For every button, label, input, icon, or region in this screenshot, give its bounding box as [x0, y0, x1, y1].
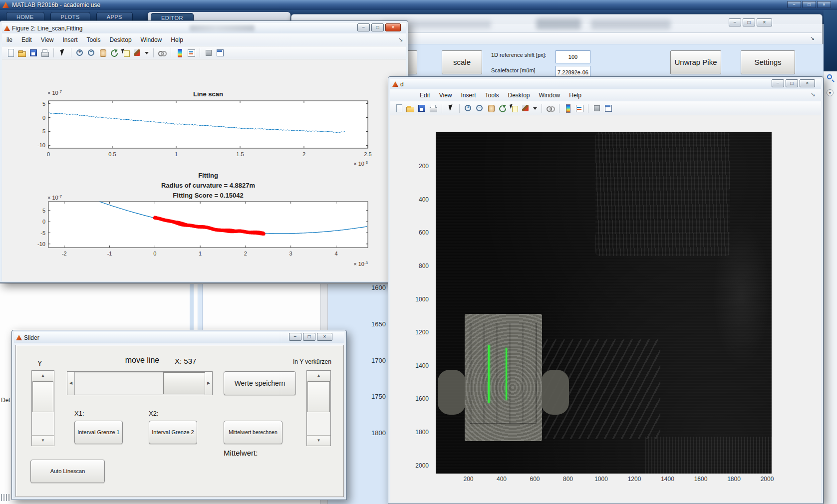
menu-item[interactable]: View: [435, 92, 457, 99]
axis-tick-label: 1400: [400, 362, 429, 369]
rotate-3d-icon[interactable]: [498, 104, 507, 113]
cursor-icon[interactable]: [446, 104, 455, 113]
maximize-button[interactable]: □: [303, 333, 315, 341]
data-cursor-icon[interactable]: [121, 48, 130, 57]
search-icon[interactable]: [827, 74, 832, 79]
menu-item[interactable]: Desktop: [504, 92, 535, 99]
menu-item[interactable]: Tools: [82, 36, 105, 43]
zoom-out-icon[interactable]: [87, 48, 96, 57]
maximize-button[interactable]: □: [371, 23, 384, 31]
close-button[interactable]: ×: [385, 23, 401, 31]
brush-icon[interactable]: [521, 104, 530, 113]
menu-item[interactable]: Edit: [415, 92, 435, 99]
minimize-button[interactable]: −: [729, 18, 741, 26]
save-icon[interactable]: [29, 48, 38, 57]
print-icon[interactable]: [429, 104, 438, 113]
rotate-3d-icon[interactable]: [110, 48, 119, 57]
scalefactor-label: Scalefactor [müm]: [491, 67, 536, 73]
right-arrow-icon[interactable]: ▶: [205, 372, 212, 395]
figure2-titlebar[interactable]: Figure 2: Line_scan,Fitting: [2, 23, 406, 33]
dock-arrow-icon[interactable]: ↘: [811, 91, 815, 98]
new-doc-icon[interactable]: [6, 48, 15, 57]
svg-text:-10: -10: [37, 241, 45, 247]
ref-shift-input[interactable]: [556, 50, 590, 63]
minimize-button[interactable]: −: [289, 333, 301, 341]
dock-gray-icon[interactable]: [204, 48, 213, 57]
pan-icon[interactable]: [487, 104, 496, 113]
menu-item[interactable]: Insert: [58, 36, 82, 43]
move-line-slider-thumb[interactable]: [163, 372, 206, 394]
axis-tick-label: 400: [400, 196, 429, 203]
save-icon[interactable]: [417, 104, 426, 113]
link-plot-icon[interactable]: [546, 104, 555, 113]
menu-item[interactable]: ile: [2, 36, 17, 43]
menu-item[interactable]: Help: [564, 92, 586, 99]
rightfig-titlebar[interactable]: d: [390, 79, 821, 89]
dock-gray-icon[interactable]: [592, 104, 601, 113]
dock-window-icon[interactable]: [604, 104, 613, 113]
menu-item[interactable]: Tools: [481, 92, 504, 99]
chevron-down-icon[interactable]: ▼: [827, 89, 834, 96]
dock-arrow-icon[interactable]: ↘: [398, 36, 403, 43]
maximize-button[interactable]: □: [786, 79, 798, 87]
print-icon[interactable]: [40, 48, 49, 57]
scale-button[interactable]: scale: [442, 50, 482, 74]
close-button[interactable]: ×: [800, 79, 815, 87]
cursor-icon[interactable]: [58, 48, 67, 57]
colorbar-icon[interactable]: [175, 48, 184, 57]
in-y-slider[interactable]: ▲ ▼: [306, 370, 331, 446]
menu-item[interactable]: Window: [535, 92, 565, 99]
close-button[interactable]: ×: [817, 1, 831, 8]
minimize-button[interactable]: −: [357, 23, 370, 31]
minimize-button[interactable]: −: [772, 79, 784, 87]
colorbar-icon[interactable]: [563, 104, 572, 113]
minimize-button[interactable]: −: [787, 1, 801, 8]
menu-item[interactable]: Desktop: [105, 36, 136, 43]
zoom-out-icon[interactable]: [475, 104, 484, 113]
close-button[interactable]: ×: [757, 18, 772, 26]
settings-button[interactable]: Settings: [741, 50, 795, 74]
zoom-in-icon[interactable]: [464, 104, 473, 113]
caret-down-icon[interactable]: [533, 104, 538, 113]
y-slider-thumb[interactable]: [32, 381, 53, 412]
open-folder-icon[interactable]: [406, 104, 415, 113]
toolbar-separator: [459, 104, 460, 113]
svg-text:× 10-3: × 10-3: [353, 260, 368, 267]
move-line-slider[interactable]: ◀ ▶: [67, 371, 213, 395]
in-y-slider-thumb[interactable]: [307, 381, 330, 412]
caret-down-icon[interactable]: [144, 48, 149, 57]
legend-icon[interactable]: [187, 48, 196, 57]
maximize-button[interactable]: □: [743, 18, 755, 26]
up-arrow-icon[interactable]: ▲: [32, 371, 54, 381]
new-doc-icon[interactable]: [394, 104, 403, 113]
legend-icon[interactable]: [575, 104, 584, 113]
maximize-button[interactable]: □: [802, 1, 816, 8]
pan-icon[interactable]: [98, 48, 107, 57]
brush-icon[interactable]: [133, 48, 142, 57]
werte-speichern-button[interactable]: Werte speichern: [224, 371, 296, 395]
dock-window-icon[interactable]: [216, 48, 225, 57]
menu-item[interactable]: Window: [136, 36, 167, 43]
menu-item[interactable]: View: [36, 36, 58, 43]
interval-grenze-2-button[interactable]: Interval Grenze 2: [149, 421, 197, 444]
dock-arrow-icon[interactable]: ↘: [810, 35, 815, 41]
slider-title: Slider: [24, 334, 39, 341]
menu-item[interactable]: Insert: [456, 92, 480, 99]
down-arrow-icon[interactable]: ▼: [307, 435, 330, 446]
y-slider[interactable]: ▲ ▼: [31, 370, 54, 446]
mittelwert-berechnen-button[interactable]: Mittelwert berechnen: [224, 421, 282, 444]
zoom-in-icon[interactable]: [75, 48, 84, 57]
unwrap-pike-button[interactable]: Unwrap Pike: [670, 50, 721, 74]
menu-item[interactable]: Help: [166, 36, 188, 43]
interval-grenze-1-button[interactable]: Interval Grenze 1: [74, 421, 123, 444]
auto-linescan-button[interactable]: Auto Linescan: [30, 460, 105, 483]
data-cursor-icon[interactable]: [510, 104, 519, 113]
resize-grip-icon[interactable]: [1, 494, 10, 501]
left-arrow-icon[interactable]: ◀: [67, 372, 75, 395]
menu-item[interactable]: Edit: [17, 36, 36, 43]
up-arrow-icon[interactable]: ▲: [307, 371, 330, 381]
down-arrow-icon[interactable]: ▼: [32, 435, 54, 446]
close-button[interactable]: ×: [317, 333, 332, 341]
open-folder-icon[interactable]: [17, 48, 26, 57]
link-plot-icon[interactable]: [158, 48, 167, 57]
